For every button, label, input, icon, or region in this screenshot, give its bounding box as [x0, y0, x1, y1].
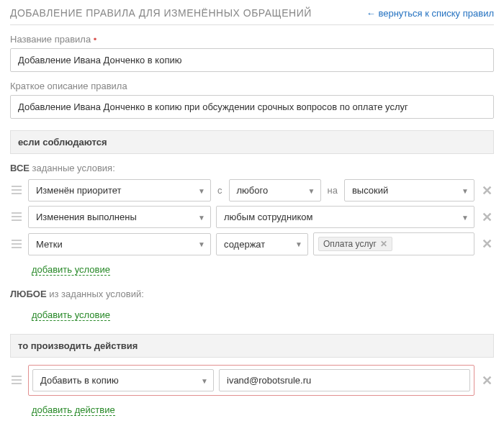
- condition-row: Изменения выполнены ▼ любым сотрудником …: [10, 206, 494, 228]
- from-keyword: с: [216, 185, 224, 196]
- tag-remove-icon[interactable]: ✕: [380, 239, 387, 249]
- drag-handle-icon[interactable]: [10, 212, 23, 222]
- page-header: ДОБАВЛЕНИЕ ПРАВИЛА ДЛЯ ИЗМЕНЁННЫХ ОБРАЩЕ…: [10, 7, 494, 25]
- condition-field-select[interactable]: Изменён приоритет ▼: [28, 179, 211, 201]
- condition-from-select[interactable]: любого ▼: [229, 179, 321, 201]
- action-value-input[interactable]: [219, 369, 470, 391]
- drag-handle-icon[interactable]: [10, 239, 23, 250]
- remove-condition-button[interactable]: ✕: [480, 236, 494, 252]
- condition-to-value: высокий: [344, 179, 474, 201]
- all-conditions-suffix: заданные условия:: [30, 163, 115, 173]
- action-type-value: Добавить в копию: [32, 369, 214, 391]
- condition-field-value: Метки: [28, 233, 211, 255]
- back-to-rules-link[interactable]: ← вернуться к списку правил: [366, 8, 494, 19]
- remove-condition-button[interactable]: ✕: [480, 183, 494, 199]
- condition-field-value: Изменён приоритет: [28, 179, 211, 201]
- any-conditions-intro: ЛЮБОЕ из заданных условий:: [10, 289, 494, 299]
- all-conditions-intro: ВСЕ заданные условия:: [10, 163, 494, 173]
- to-keyword: на: [326, 185, 339, 196]
- condition-op-select[interactable]: содержат ▼: [216, 233, 308, 255]
- rule-name-group: Название правила •: [10, 34, 494, 72]
- remove-condition-button[interactable]: ✕: [480, 209, 494, 225]
- tag-chip: Оплата услуг ✕: [318, 237, 392, 251]
- action-row: Добавить в копию ▼ ✕: [10, 365, 494, 396]
- add-condition-link[interactable]: добавить условие: [32, 264, 110, 276]
- actions-section-header: то производить действия: [10, 334, 494, 358]
- condition-field-value: Изменения выполнены: [28, 206, 211, 228]
- rule-name-input[interactable]: [10, 48, 494, 72]
- any-conditions-suffix: из заданных условий:: [47, 289, 144, 299]
- condition-from-value: любого: [229, 179, 321, 201]
- condition-field-select[interactable]: Метки ▼: [28, 233, 211, 255]
- conditions-section-header: если соблюдаются: [10, 130, 494, 154]
- rule-name-label: Название правила •: [10, 34, 494, 45]
- required-mark: •: [94, 34, 97, 45]
- condition-field-select[interactable]: Изменения выполнены ▼: [28, 206, 211, 228]
- condition-by-value: любым сотрудником: [216, 206, 474, 228]
- remove-action-button[interactable]: ✕: [480, 373, 494, 389]
- add-action-link[interactable]: добавить действие: [32, 404, 115, 416]
- drag-handle-icon[interactable]: [10, 375, 23, 386]
- condition-by-select[interactable]: любым сотрудником ▼: [216, 206, 474, 228]
- all-conditions-prefix: ВСЕ: [10, 163, 30, 173]
- action-box: Добавить в копию ▼: [28, 365, 474, 396]
- condition-op-value: содержат: [216, 233, 308, 255]
- add-any-condition-link[interactable]: добавить условие: [32, 309, 110, 321]
- rule-desc-label: Краткое описание правила: [10, 81, 494, 91]
- rule-desc-input[interactable]: [10, 95, 494, 119]
- drag-handle-icon[interactable]: [10, 185, 23, 196]
- condition-row: Метки ▼ содержат ▼ Оплата услуг ✕ ✕: [10, 232, 494, 255]
- any-conditions-prefix: ЛЮБОЕ: [10, 289, 47, 299]
- condition-to-select[interactable]: высокий ▼: [344, 179, 474, 201]
- rule-name-label-text: Название правила: [10, 34, 91, 45]
- rule-desc-group: Краткое описание правила: [10, 81, 494, 119]
- action-type-select[interactable]: Добавить в копию ▼: [32, 369, 214, 391]
- tag-input-box[interactable]: Оплата услуг ✕: [313, 232, 474, 255]
- tag-label: Оплата услуг: [323, 239, 377, 249]
- condition-row: Изменён приоритет ▼ с любого ▼ на высоки…: [10, 179, 494, 201]
- page-title: ДОБАВЛЕНИЕ ПРАВИЛА ДЛЯ ИЗМЕНЁННЫХ ОБРАЩЕ…: [10, 7, 312, 19]
